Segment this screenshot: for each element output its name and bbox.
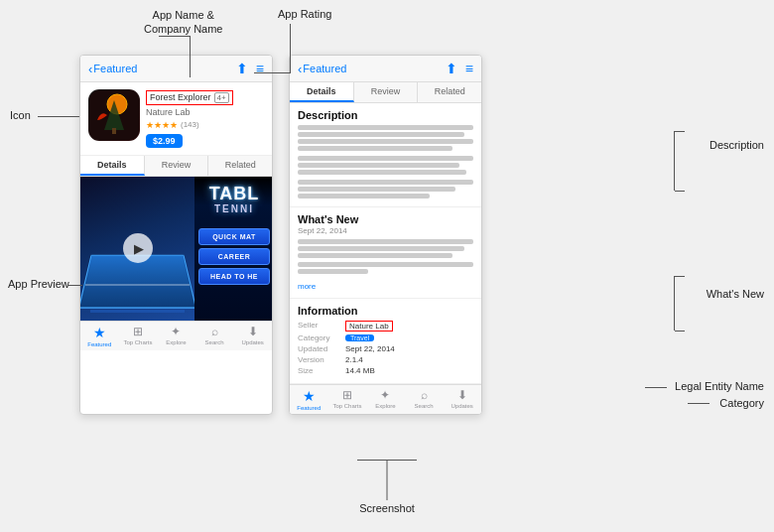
left-phone: ‹ Featured ⬆ ≡ xyxy=(79,55,273,415)
right-featured-label: Featured xyxy=(297,405,321,411)
right-share-icon[interactable]: ⬆ xyxy=(446,61,457,76)
screenshots-area: ▶ TABL TENNI QUICK MAT CAREER HEAD TO HE xyxy=(80,177,272,321)
whats-new-title: What's New xyxy=(298,213,473,225)
annotation-icon: Icon xyxy=(10,109,31,121)
game-title-tenni: TENNI xyxy=(194,203,272,214)
tab-details-right[interactable]: Details xyxy=(290,82,354,102)
search-label: Search xyxy=(205,339,224,345)
right-phone: ‹ Featured ⬆ ≡ Details Review Related De… xyxy=(289,55,482,415)
category-row: Category Travel xyxy=(298,333,473,342)
seller-row: Seller Nature Lab xyxy=(298,321,473,332)
tab-bar-updates[interactable]: ⬇ Updates xyxy=(233,325,272,347)
annotation-screenshot: Screenshot xyxy=(359,502,415,514)
right-tab-top-charts[interactable]: ⊞ Top Charts xyxy=(328,388,367,411)
description-section: Description xyxy=(290,103,481,207)
right-search-label: Search xyxy=(415,403,434,409)
updates-icon: ⬇ xyxy=(248,325,258,338)
tab-bar-search[interactable]: ⌕ Search xyxy=(195,325,234,347)
explore-icon: ✦ xyxy=(171,325,181,338)
information-section: Information Seller Nature Lab Category T… xyxy=(290,299,481,384)
app-name-box: Forest Explorer 4+ xyxy=(146,90,233,105)
right-tab-updates[interactable]: ⬇ Updates xyxy=(443,388,481,411)
right-updates-icon: ⬇ xyxy=(457,388,467,402)
info-title: Information xyxy=(298,305,473,317)
svg-rect-4 xyxy=(112,128,116,134)
updates-label: Updates xyxy=(241,339,263,345)
play-button[interactable]: ▶ xyxy=(123,233,153,263)
right-star-icon: ★ xyxy=(303,388,316,404)
right-top-charts-icon: ⊞ xyxy=(342,388,352,402)
head-to-head-button[interactable]: HEAD TO HE xyxy=(198,268,270,285)
career-button[interactable]: CAREER xyxy=(198,248,270,265)
more-link[interactable]: more xyxy=(298,282,316,291)
left-nav-bar: ‹ Featured ⬆ ≡ xyxy=(80,56,272,82)
updated-label: Updated xyxy=(298,344,345,353)
annotation-app-rating: App Rating xyxy=(278,8,331,20)
annotation-app-preview: App Preview xyxy=(8,278,69,290)
version-row: Version 2.1.4 xyxy=(298,355,473,364)
app-name-text: Forest Explorer xyxy=(150,92,211,102)
size-value: 14.4 MB xyxy=(345,366,375,375)
game-menu-screenshot: TABL TENNI QUICK MAT CAREER HEAD TO HE xyxy=(194,177,272,321)
review-count: (143) xyxy=(181,120,199,129)
app-info: Forest Explorer 4+ Nature Lab ★★★★ (143)… xyxy=(146,89,264,148)
price-button[interactable]: $2.99 xyxy=(146,134,183,148)
quick-mat-button[interactable]: QUICK MAT xyxy=(198,228,270,245)
whats-new-section: What's New Sept 22, 2014 more xyxy=(290,207,481,299)
annotation-whats-new: What's New xyxy=(707,288,764,300)
top-charts-label: Top Charts xyxy=(123,339,152,345)
top-charts-icon: ⊞ xyxy=(133,325,143,338)
stars: ★★★★ xyxy=(146,120,178,130)
right-updates-label: Updates xyxy=(451,403,472,409)
tab-bar-featured[interactable]: ★ Featured xyxy=(80,325,119,347)
tab-details-left[interactable]: Details xyxy=(80,156,145,176)
right-tab-explore[interactable]: ✦ Explore xyxy=(366,388,405,411)
right-search-icon: ⌕ xyxy=(421,388,428,402)
app-header: Forest Explorer 4+ Nature Lab ★★★★ (143)… xyxy=(80,82,272,156)
seller-label: Seller xyxy=(298,321,345,332)
explore-label: Explore xyxy=(166,339,186,345)
right-tab-search[interactable]: ⌕ Search xyxy=(405,388,444,411)
updated-value: Sept 22, 2014 xyxy=(345,344,395,353)
description-title: Description xyxy=(298,109,473,121)
share-icon[interactable]: ⬆ xyxy=(236,61,248,76)
tab-bar-explore[interactable]: ✦ Explore xyxy=(157,325,195,347)
right-tabs: Details Review Related xyxy=(290,82,481,103)
tab-related-right[interactable]: Related xyxy=(418,82,481,102)
featured-label: Featured xyxy=(87,341,111,347)
right-tab-bar: ★ Featured ⊞ Top Charts ✦ Explore ⌕ Sear… xyxy=(290,384,481,414)
tab-bar-top-charts[interactable]: ⊞ Top Charts xyxy=(119,325,158,347)
annotation-legal-entity: Legal Entity Name xyxy=(675,380,764,392)
right-back-button[interactable]: ‹ Featured xyxy=(298,62,346,76)
right-tab-featured[interactable]: ★ Featured xyxy=(290,388,328,411)
category-label: Category xyxy=(298,333,345,342)
right-menu-icon[interactable]: ≡ xyxy=(465,61,473,76)
size-label: Size xyxy=(298,366,345,375)
age-rating-badge: 4+ xyxy=(214,92,229,103)
tab-review-right[interactable]: Review xyxy=(354,82,419,102)
left-tab-bar: ★ Featured ⊞ Top Charts ✦ Explore ⌕ Sear… xyxy=(80,321,272,350)
right-explore-icon: ✦ xyxy=(380,388,390,402)
company-name: Nature Lab xyxy=(146,107,264,117)
whats-new-date: Sept 22, 2014 xyxy=(298,226,473,235)
search-icon: ⌕ xyxy=(211,325,218,338)
left-back-button[interactable]: ‹ Featured xyxy=(88,62,137,76)
category-value: Travel xyxy=(345,334,374,341)
video-preview[interactable]: ▶ xyxy=(80,177,194,321)
tab-related-left[interactable]: Related xyxy=(208,156,272,176)
right-nav-bar: ‹ Featured ⬆ ≡ xyxy=(290,56,481,82)
game-title-tabl: TABL xyxy=(194,185,272,202)
right-top-charts-label: Top Charts xyxy=(332,403,361,409)
annotation-app-name: App Name &Company Name xyxy=(144,8,222,37)
menu-icon[interactable]: ≡ xyxy=(256,61,264,76)
updated-row: Updated Sept 22, 2014 xyxy=(298,344,473,353)
star-icon: ★ xyxy=(93,325,106,340)
left-tabs: Details Review Related xyxy=(80,156,272,177)
size-row: Size 14.4 MB xyxy=(298,366,473,375)
annotation-description: Description xyxy=(710,139,764,151)
version-value: 2.1.4 xyxy=(345,355,363,364)
app-icon xyxy=(88,89,140,141)
right-explore-label: Explore xyxy=(375,403,395,409)
tab-review-left[interactable]: Review xyxy=(145,156,209,176)
version-label: Version xyxy=(298,355,345,364)
